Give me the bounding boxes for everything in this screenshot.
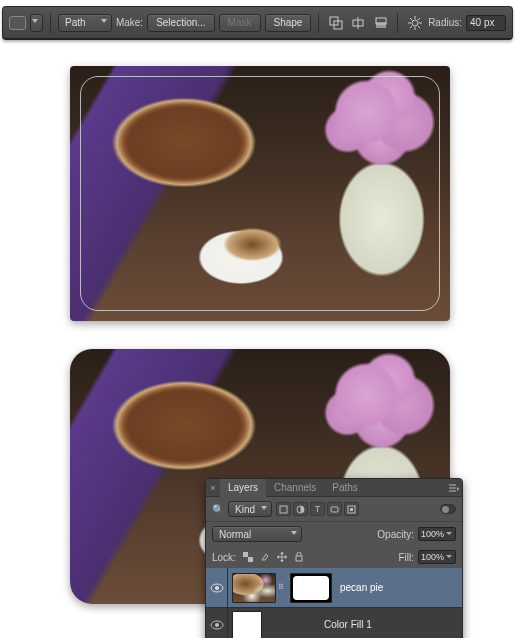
lock-transparency-icon[interactable]: [240, 550, 256, 564]
filter-icons: T: [276, 502, 359, 516]
filter-kind-label: Kind: [235, 504, 255, 515]
svg-line-12: [418, 26, 420, 28]
document-image-top[interactable]: [70, 66, 450, 321]
fill-label: Fill:: [398, 552, 414, 563]
divider: [318, 13, 319, 33]
tab-paths[interactable]: Paths: [324, 479, 366, 497]
svg-rect-4: [376, 22, 386, 28]
layers-panel: × Layers Channels Paths 🔍 Kind T Normal: [205, 478, 463, 614]
svg-rect-24: [243, 552, 248, 557]
svg-point-6: [412, 20, 418, 26]
layer-thumbnail[interactable]: [232, 611, 262, 615]
panel-header: × Layers Channels Paths: [206, 479, 462, 497]
shape-button[interactable]: Shape: [265, 14, 312, 32]
filter-type-icon[interactable]: T: [310, 502, 325, 516]
path-alignment-icon[interactable]: [349, 14, 368, 32]
svg-point-34: [215, 586, 219, 590]
tab-channels[interactable]: Channels: [266, 479, 324, 497]
opacity-field[interactable]: 100%: [418, 527, 456, 541]
mask-button[interactable]: Mask: [219, 14, 261, 32]
svg-marker-30: [277, 555, 279, 559]
rounded-rectangle-path[interactable]: [80, 76, 440, 311]
panel-menu-icon[interactable]: [446, 484, 462, 492]
options-bar: Path Make: Selection... Mask Shape Radiu…: [2, 6, 513, 40]
lock-row: Lock: Fill: 100%: [206, 546, 462, 568]
svg-rect-19: [280, 506, 287, 513]
path-operations-icon[interactable]: [326, 14, 345, 32]
layer-row[interactable]: ⠿ pecan pie: [206, 568, 462, 608]
svg-marker-18: [457, 487, 459, 491]
lock-pixels-icon[interactable]: [257, 550, 273, 564]
svg-line-13: [410, 26, 412, 28]
opacity-value: 100%: [421, 529, 444, 539]
tool-preset-dropdown[interactable]: [30, 14, 43, 32]
blend-row: Normal Opacity: 100%: [206, 521, 462, 546]
layer-row[interactable]: Color Fill 1: [206, 608, 462, 614]
layer-thumbnail[interactable]: [232, 573, 276, 603]
filter-shape-icon[interactable]: [327, 502, 342, 516]
svg-rect-23: [350, 508, 353, 511]
tab-layers[interactable]: Layers: [220, 479, 266, 497]
visibility-toggle[interactable]: [206, 608, 228, 614]
opacity-label: Opacity:: [377, 529, 414, 540]
svg-marker-28: [280, 552, 284, 554]
layer-name[interactable]: pecan pie: [340, 582, 383, 593]
path-arrangement-icon[interactable]: [372, 14, 391, 32]
blend-mode-dropdown[interactable]: Normal: [212, 526, 302, 542]
visibility-toggle[interactable]: [206, 568, 228, 607]
layers-list: ⠿ pecan pie Color Fill 1: [206, 568, 462, 614]
panel-close-icon[interactable]: ×: [206, 483, 220, 493]
radius-input[interactable]: [466, 15, 506, 31]
settings-gear-icon[interactable]: [405, 14, 424, 32]
panel-tabs: Layers Channels Paths: [220, 479, 446, 497]
svg-rect-21: [331, 507, 338, 512]
lock-position-icon[interactable]: [274, 550, 290, 564]
make-label: Make:: [116, 17, 143, 28]
shape-tool-preview[interactable]: [9, 16, 26, 30]
filter-smart-icon[interactable]: [344, 502, 359, 516]
divider: [50, 13, 51, 33]
filter-search-icon[interactable]: 🔍: [212, 504, 224, 515]
tool-mode-dropdown[interactable]: Path: [58, 14, 112, 32]
tool-mode-label: Path: [65, 17, 86, 28]
fill-value: 100%: [421, 552, 444, 562]
lock-all-icon[interactable]: [291, 550, 307, 564]
eye-icon: [210, 583, 224, 593]
filter-pixel-icon[interactable]: [276, 502, 291, 516]
svg-line-14: [418, 18, 420, 20]
svg-line-11: [410, 18, 412, 20]
radius-label: Radius:: [428, 17, 462, 28]
filter-adjustment-icon[interactable]: [293, 502, 308, 516]
svg-rect-32: [296, 556, 302, 561]
filter-row: 🔍 Kind T: [206, 497, 462, 521]
blend-mode-label: Normal: [219, 529, 251, 540]
filter-toggle-switch[interactable]: [440, 504, 456, 514]
filter-kind-dropdown[interactable]: Kind: [228, 501, 272, 517]
svg-marker-31: [285, 555, 287, 559]
layer-mask-thumbnail[interactable]: [290, 573, 332, 603]
fill-field[interactable]: 100%: [418, 550, 456, 564]
link-icon[interactable]: ⠿: [276, 583, 286, 592]
divider: [397, 13, 398, 33]
selection-button[interactable]: Selection...: [147, 14, 214, 32]
lock-icons: [240, 550, 307, 564]
svg-marker-29: [280, 560, 284, 562]
svg-rect-25: [248, 557, 253, 562]
lock-label: Lock:: [212, 552, 236, 563]
